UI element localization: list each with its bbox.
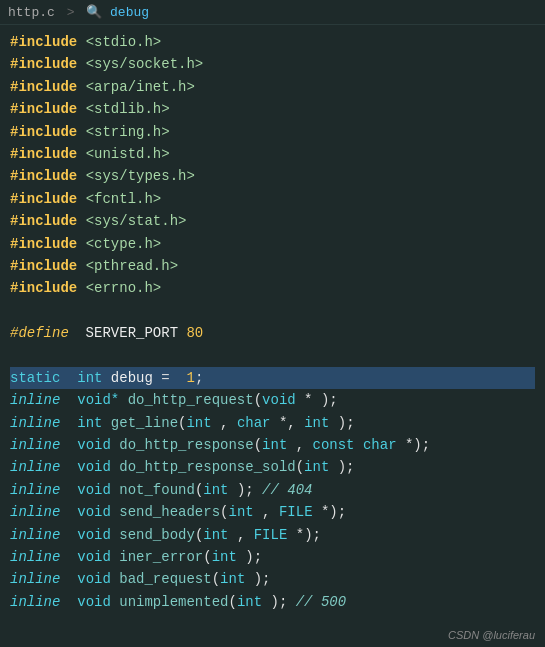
line-get-line: inline int get_line(int , char *, int ); [10, 412, 535, 434]
line-include-ctype: #include <ctype.h> [10, 233, 535, 255]
line-unimplemented: inline void unimplemented(int ); // 500 [10, 591, 535, 613]
watermark: CSDN @luciferau [448, 629, 535, 641]
line-include-stdlib: #include <stdlib.h> [10, 98, 535, 120]
line-include-inet: #include <arpa/inet.h> [10, 76, 535, 98]
line-iner-error: inline void iner_error(int ); [10, 546, 535, 568]
line-bad-request: inline void bad_request(int ); [10, 568, 535, 590]
line-send-body: inline void send_body(int , FILE *); [10, 524, 535, 546]
breadcrumb-parent[interactable]: http.c [8, 5, 55, 20]
line-include-types: #include <sys/types.h> [10, 165, 535, 187]
line-static-debug: static int debug = 1; [10, 367, 535, 389]
breadcrumb-icon: 🔍 [86, 5, 102, 20]
line-include-stat: #include <sys/stat.h> [10, 210, 535, 232]
line-blank-1 [10, 300, 535, 322]
line-include-unistd: #include <unistd.h> [10, 143, 535, 165]
line-blank-2 [10, 344, 535, 366]
breadcrumb-bar: http.c > 🔍 debug [0, 0, 545, 25]
line-do-http-response-sold: inline void do_http_response_sold(int ); [10, 456, 535, 478]
line-include-socket: #include <sys/socket.h> [10, 53, 535, 75]
line-include-errno: #include <errno.h> [10, 277, 535, 299]
line-include-stdio: #include <stdio.h> [10, 31, 535, 53]
line-do-http-response: inline void do_http_response(int , const… [10, 434, 535, 456]
breadcrumb-current: debug [110, 5, 149, 20]
line-do-http-request: inline void* do_http_request(void * ); [10, 389, 535, 411]
line-include-fcntl: #include <fcntl.h> [10, 188, 535, 210]
code-area: #include <stdio.h> #include <sys/socket.… [0, 25, 545, 620]
line-include-pthread: #include <pthread.h> [10, 255, 535, 277]
line-define: #define SERVER_PORT 80 [10, 322, 535, 344]
line-not-found: inline void not_found(int ); // 404 [10, 479, 535, 501]
breadcrumb-sep: > [67, 5, 83, 20]
line-include-string: #include <string.h> [10, 121, 535, 143]
line-send-headers: inline void send_headers(int , FILE *); [10, 501, 535, 523]
